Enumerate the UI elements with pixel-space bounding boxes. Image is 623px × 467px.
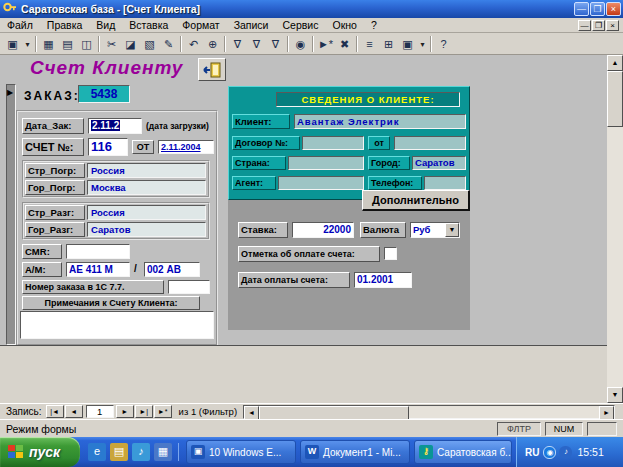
undo-icon[interactable]: ↶: [184, 35, 203, 53]
task-button-word-document[interactable]: W Документ1 - Mi...: [300, 440, 410, 464]
invoice-date-field[interactable]: 2.11.2004: [158, 140, 214, 154]
rate-field[interactable]: 22000: [292, 222, 354, 238]
mdi-restore-button[interactable]: ❐: [592, 20, 605, 31]
status-bar: Режим формы ФЛТР NUM: [0, 419, 623, 437]
start-button[interactable]: пуск: [0, 437, 80, 467]
record-navigation-bar: Запись: |◄ ◄ 1 ► ►| ►* из 1 (Фильтр) ◄ ►: [0, 403, 623, 419]
notes-field[interactable]: [20, 311, 214, 339]
form-view-dropdown-icon[interactable]: ▾: [22, 35, 33, 53]
tray-language-indicator[interactable]: RU: [525, 447, 539, 458]
menu-insert[interactable]: Вставка: [122, 18, 175, 32]
menu-service[interactable]: Сервис: [276, 18, 326, 32]
dropdown-arrow-icon[interactable]: ▼: [445, 223, 459, 237]
contract-number-field[interactable]: [302, 136, 364, 150]
currency-dropdown[interactable]: Руб ▼: [410, 222, 460, 238]
new-record-icon[interactable]: ►*: [316, 35, 335, 53]
maximize-button[interactable]: ❐: [590, 2, 605, 16]
help-icon[interactable]: ?: [434, 35, 453, 53]
invoice-number-field[interactable]: 116: [88, 138, 128, 156]
toolbar-separator: [430, 36, 432, 52]
loading-country-field[interactable]: Россия: [87, 163, 206, 178]
scroll-left-icon[interactable]: ◄: [244, 406, 259, 420]
vehicle-field-2[interactable]: 002 АВ: [144, 262, 200, 277]
save-icon[interactable]: ▦: [39, 35, 58, 53]
scroll-down-icon[interactable]: ▼: [607, 387, 623, 403]
menu-edit[interactable]: Правка: [40, 18, 89, 32]
client-panel-header: СВЕДЕНИЯ О КЛИЕНТЕ:: [276, 92, 460, 107]
filter-by-form-icon[interactable]: ∇: [247, 35, 266, 53]
horizontal-scrollbar[interactable]: ◄ ►: [243, 405, 615, 419]
menu-records[interactable]: Записи: [227, 18, 276, 32]
next-record-button[interactable]: ►: [116, 405, 134, 418]
form-view-icon[interactable]: ▣: [3, 35, 22, 53]
unloading-country-field[interactable]: Россия: [87, 205, 206, 220]
minimize-button[interactable]: —: [574, 2, 589, 16]
filter-by-selection-icon[interactable]: ∇: [228, 35, 247, 53]
scroll-right-icon[interactable]: ►: [599, 406, 614, 420]
menu-help[interactable]: ?: [364, 18, 384, 32]
paste-icon[interactable]: ▧: [140, 35, 159, 53]
paid-checkbox[interactable]: [384, 247, 397, 260]
toolbar: ▣ ▾ ▦ ▤ ◫ ✂ ◪ ▧ ✎ ↶ ⊕ ∇ ∇ ∇ ◉ ►* ✖ ≡ ⊞ ▣…: [0, 33, 623, 55]
client-city-field[interactable]: Саратов: [412, 156, 466, 170]
menu-view[interactable]: Вид: [89, 18, 122, 32]
loading-city-field[interactable]: Москва: [87, 180, 206, 195]
quicklaunch-media-icon[interactable]: ♪: [132, 443, 150, 461]
client-country-field[interactable]: [288, 156, 364, 170]
quicklaunch-ie-icon[interactable]: e: [88, 443, 106, 461]
rate-label: Ставка:: [238, 222, 288, 238]
contract-date-field[interactable]: [394, 136, 466, 150]
cut-icon[interactable]: ✂: [102, 35, 121, 53]
last-record-button[interactable]: ►|: [135, 405, 153, 418]
vertical-scroll-thumb[interactable]: [607, 71, 623, 127]
vertical-scrollbar[interactable]: ▲ ▼: [607, 55, 623, 403]
quicklaunch-desktop-icon[interactable]: ▦: [154, 443, 172, 461]
horizontal-scroll-thumb[interactable]: [259, 406, 409, 420]
menu-file[interactable]: Файл: [0, 18, 40, 32]
task-button-explorer[interactable]: ▣ 10 Windows E...: [186, 440, 296, 464]
find-icon[interactable]: ◉: [291, 35, 310, 53]
cmr-field[interactable]: [66, 244, 130, 259]
date-order-field[interactable]: 2.11.2: [88, 118, 142, 134]
mdi-minimize-button[interactable]: —: [578, 20, 591, 31]
first-record-button[interactable]: |◄: [46, 405, 64, 418]
database-window-icon[interactable]: ⊞: [379, 35, 398, 53]
copy-icon[interactable]: ◪: [121, 35, 140, 53]
agent-field[interactable]: [278, 176, 364, 190]
new-object-dropdown-icon[interactable]: ▾: [417, 35, 428, 53]
menu-window[interactable]: Окно: [325, 18, 363, 32]
quicklaunch-folder-icon[interactable]: ▤: [110, 443, 128, 461]
tray-clock[interactable]: 15:51: [577, 446, 603, 458]
current-record-input[interactable]: 1: [86, 405, 114, 418]
insert-hyperlink-icon[interactable]: ⊕: [203, 35, 222, 53]
order-1c-field[interactable]: [168, 280, 210, 294]
format-painter-icon[interactable]: ✎: [159, 35, 178, 53]
more-button[interactable]: Дополнительно: [362, 190, 470, 211]
exit-form-button[interactable]: [198, 58, 226, 81]
scroll-up-icon[interactable]: ▲: [607, 55, 623, 71]
menu-format[interactable]: Формат: [175, 18, 226, 32]
record-selector-strip[interactable]: [6, 84, 16, 345]
apply-filter-icon[interactable]: ∇: [266, 35, 285, 53]
mdi-close-button[interactable]: ×: [606, 20, 619, 31]
close-button[interactable]: ×: [606, 2, 621, 16]
pay-date-field[interactable]: 01.2001: [354, 272, 412, 288]
new-record-button[interactable]: ►*: [154, 405, 172, 418]
previous-record-button[interactable]: ◄: [65, 405, 83, 418]
properties-icon[interactable]: ≡: [360, 35, 379, 53]
print-preview-icon[interactable]: ◫: [77, 35, 96, 53]
tray-network-icon[interactable]: ◉: [543, 446, 556, 459]
print-icon[interactable]: ▤: [58, 35, 77, 53]
new-object-icon[interactable]: ▣: [398, 35, 417, 53]
phone-field[interactable]: [424, 176, 466, 190]
order-number-field[interactable]: 5438: [78, 85, 130, 103]
status-fltr-indicator: ФЛТР: [497, 422, 541, 436]
windows-flag-icon: [8, 445, 24, 459]
client-field[interactable]: Авантаж Электрик: [294, 114, 466, 129]
task-button-access-database[interactable]: ⚷ Саратовская б...: [414, 440, 512, 464]
unloading-city-field[interactable]: Саратов: [87, 222, 206, 237]
title-bar[interactable]: Саратовская база - [Счет Клиента] — ❐ ×: [0, 0, 623, 18]
vehicle-field-1[interactable]: АЕ 411 М: [66, 262, 130, 277]
delete-record-icon[interactable]: ✖: [335, 35, 354, 53]
tray-volume-icon[interactable]: ♪: [559, 446, 572, 459]
